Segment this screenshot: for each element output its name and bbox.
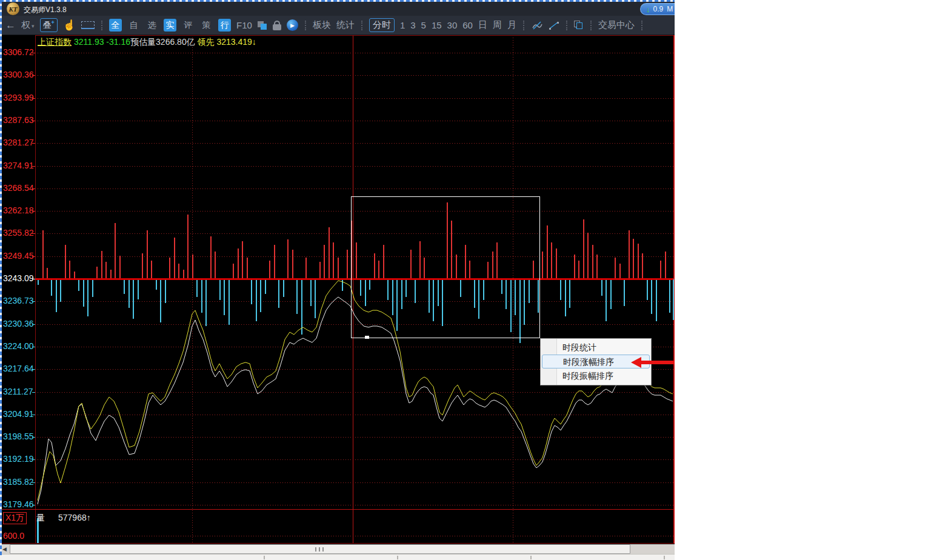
toolbar-separator	[566, 21, 567, 30]
bottom-status-strip	[0, 554, 675, 560]
lock-icon[interactable]	[273, 21, 281, 30]
chart-canvas	[0, 35, 675, 555]
strip-mark	[530, 556, 532, 559]
y-axis-label: 3211.27	[3, 387, 33, 396]
period-month[interactable]: 月	[507, 19, 516, 31]
volume-value: 577968↑	[58, 513, 91, 522]
mouse-cursor-mark	[365, 336, 369, 339]
scrollbar-thumb[interactable]	[10, 544, 630, 554]
selection-rectangle[interactable]	[351, 196, 540, 338]
app-window: KT 交易师V1.3.8 ↓ 0.9 M ←权▾叠+☝全自选实评策行F10▶板块…	[0, 0, 675, 555]
period-week[interactable]: 周	[493, 19, 502, 31]
last-price: 3211.93	[72, 37, 106, 47]
speed-unit-clipped: M	[667, 5, 673, 13]
draw-line-icon[interactable]: ▾	[549, 21, 559, 30]
layers-icon[interactable]	[258, 21, 267, 30]
estimated-volume: 预估量3266.80亿	[130, 37, 198, 47]
quotes-button[interactable]: 行	[218, 19, 231, 32]
period-day[interactable]: 日	[478, 19, 487, 31]
y-axis-label: 3255.82	[3, 228, 34, 238]
hand-icon[interactable]: ☝	[63, 20, 76, 30]
period-1[interactable]: 1	[400, 20, 405, 30]
y-axis-label: 3268.54	[3, 183, 34, 193]
y-axis-label: 3281.27	[3, 138, 34, 147]
period-3[interactable]: 3	[410, 20, 415, 30]
arrow-shaft	[640, 361, 675, 364]
network-speed-badge[interactable]: ↓ 0.9 M	[640, 3, 675, 15]
speed-value: 0.9	[653, 5, 664, 13]
statistics-button[interactable]: 统计	[336, 19, 355, 31]
select-button[interactable]: 选	[145, 19, 158, 32]
window-title: 交易师V1.3.8	[24, 5, 67, 15]
y-axis-label: 3224.00	[3, 341, 34, 351]
plus-icon: +	[52, 19, 55, 25]
volume-gridline-label: 600.0	[3, 531, 24, 541]
y-axis-label: 3262.18	[3, 205, 34, 215]
y-axis-label: 3287.63	[3, 115, 34, 125]
quote-info-bar: 上证指数 3211.93 -31.16预估量3266.80亿 领先 3213.4…	[38, 37, 256, 48]
back-arrow-icon[interactable]: ←	[5, 20, 16, 30]
toolbar-separator	[305, 21, 306, 30]
y-axis-label: 3217.64	[3, 364, 34, 373]
strip-mark	[397, 556, 398, 559]
app-logo-icon: KT	[7, 2, 19, 15]
main-toolbar: ←权▾叠+☝全自选实评策行F10▶板块统计分时135153060日周月▾▾交易中…	[2, 16, 675, 35]
capture-border-top	[0, 0, 675, 2]
y-axis-label: 3236.73	[3, 296, 34, 305]
overlay-button[interactable]: 叠+	[40, 18, 58, 32]
volume-scale-box: X1万	[3, 512, 27, 524]
volume-label: 量	[36, 513, 45, 524]
sectors-button[interactable]: 板块	[313, 19, 331, 31]
y-axis-label: 3306.72	[3, 47, 34, 57]
strategy-button[interactable]: 策	[200, 19, 213, 32]
y-axis-label: 3274.91	[3, 161, 34, 170]
annotation-arrow	[631, 357, 675, 368]
y-axis-label: 3293.99	[3, 93, 34, 102]
scrollbar-grip-icon	[315, 547, 326, 552]
timeshare-tab[interactable]: 分时	[369, 18, 395, 32]
y-axis-label: 3300.36	[3, 70, 34, 79]
menu-item-period-amplitude-sort[interactable]: 时段振幅排序	[541, 368, 651, 383]
toolbar-separator	[101, 21, 102, 30]
y-axis-label: 3204.91	[3, 409, 34, 419]
ruler-icon[interactable]	[81, 21, 95, 29]
y-axis-label: 3243.09	[3, 273, 34, 283]
timeshare-chart[interactable]: 3306.723300.363293.993287.633281.273274.…	[0, 35, 675, 544]
capture-border-left	[0, 0, 2, 555]
y-axis-label: 3249.45	[3, 251, 34, 261]
menu-item-period-statistics[interactable]: 时段统计	[541, 340, 651, 355]
rights-button[interactable]: 权▾	[21, 19, 35, 31]
strip-mark	[664, 556, 665, 559]
play-icon[interactable]: ▶	[287, 19, 298, 31]
toolbar-separator	[523, 21, 524, 30]
strip-mark	[264, 556, 265, 559]
realtime-button[interactable]: 实	[164, 19, 176, 32]
period-5[interactable]: 5	[421, 20, 426, 30]
trade-center-button[interactable]: 交易中心	[598, 19, 635, 31]
y-axis-label: 3179.46	[3, 499, 34, 509]
toolbar-separator	[641, 21, 642, 30]
y-axis-label: 3230.36	[3, 319, 34, 328]
copy-icon[interactable]: ▾	[574, 21, 584, 30]
y-axis-label: 3185.82	[3, 477, 34, 487]
review-button[interactable]: 评	[182, 19, 195, 32]
price-change: -31.16	[106, 37, 130, 47]
y-axis-label: 3192.19	[3, 454, 34, 464]
f10-button[interactable]: F10	[236, 20, 252, 30]
toolbar-separator	[361, 21, 362, 30]
leading-label: 领先	[198, 37, 217, 47]
period-15[interactable]: 15	[432, 20, 442, 30]
leading-value: 3213.419↓	[216, 37, 256, 47]
chevron-down-icon[interactable]: ▾	[32, 23, 35, 29]
title-bar: KT 交易师V1.3.8 ↓ 0.9 M	[2, 2, 675, 16]
y-axis-label: 3198.55	[3, 432, 34, 441]
period-30[interactable]: 30	[447, 20, 458, 30]
download-arrow-icon: ↓	[646, 5, 650, 14]
self-select-button[interactable]: 自	[127, 19, 140, 32]
period-60[interactable]: 60	[462, 20, 473, 30]
toolbar-separator	[590, 21, 592, 30]
erase-drawing-icon[interactable]	[531, 21, 543, 30]
all-button[interactable]: 全	[109, 19, 122, 32]
horizontal-scrollbar[interactable]: ◀	[0, 544, 675, 554]
index-name[interactable]: 上证指数	[38, 37, 72, 47]
